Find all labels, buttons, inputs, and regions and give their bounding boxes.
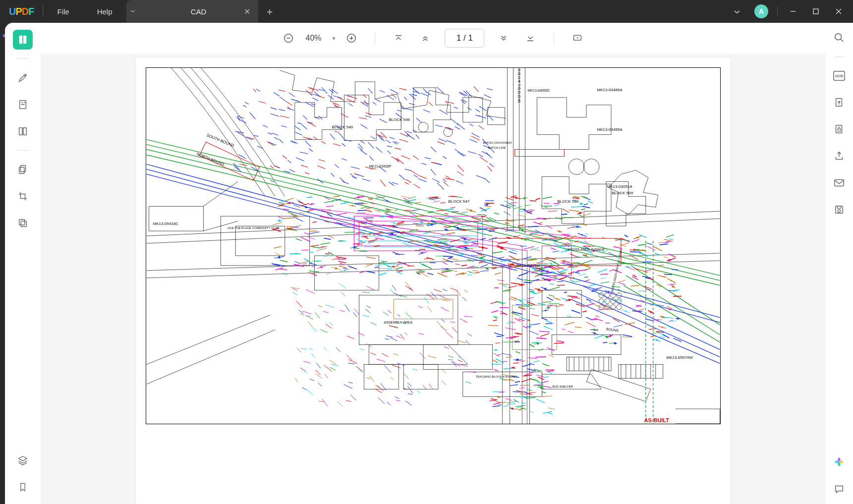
svg-line-962: [327, 235, 334, 238]
presentation-button[interactable]: [570, 31, 585, 46]
svg-line-1112: [405, 179, 411, 182]
svg-point-653: [581, 234, 583, 235]
tab-dropdown[interactable]: [126, 0, 139, 23]
svg-line-1423: [318, 306, 322, 307]
tab-active[interactable]: CAD ✕: [139, 0, 258, 23]
sidebar-organize-button[interactable]: [13, 121, 33, 141]
sidebar-highlight-button[interactable]: [13, 68, 33, 88]
protect-button[interactable]: [831, 121, 847, 137]
svg-line-1389: [345, 400, 351, 401]
label-mk13h: MK13-03430P: [369, 165, 392, 168]
svg-line-1359: [427, 356, 436, 358]
page-number-input[interactable]: 1 / 1: [445, 29, 484, 48]
svg-line-1197: [413, 184, 420, 188]
email-button[interactable]: [831, 175, 847, 191]
svg-line-501: [320, 243, 330, 244]
sidebar-reader-button[interactable]: [13, 30, 33, 50]
window-close-button[interactable]: [827, 0, 850, 23]
svg-line-458: [543, 411, 552, 413]
tab-add-button[interactable]: ＋: [258, 0, 281, 23]
svg-line-357: [589, 284, 597, 285]
svg-point-778: [357, 196, 359, 199]
svg-line-1515: [841, 39, 844, 42]
svg-line-1334: [283, 156, 287, 159]
tab-close-button[interactable]: ✕: [244, 7, 250, 16]
svg-line-1303: [435, 125, 442, 126]
title-dropdown-button[interactable]: [725, 7, 749, 16]
svg-line-471: [666, 234, 674, 237]
svg-line-539: [533, 222, 542, 225]
menu-help[interactable]: Help: [83, 0, 126, 23]
sidebar-edit-button[interactable]: [13, 95, 33, 114]
svg-line-215: [506, 198, 513, 200]
search-button[interactable]: [831, 30, 847, 46]
svg-line-802: [672, 321, 676, 322]
svg-point-853: [540, 387, 542, 389]
svg-line-1065: [527, 297, 533, 299]
svg-line-835: [507, 221, 514, 222]
sidebar-compare-button[interactable]: [13, 213, 33, 233]
ocr-button[interactable]: OCR: [831, 68, 847, 84]
svg-line-526: [568, 296, 577, 297]
zoom-in-button[interactable]: [344, 31, 359, 46]
convert-button[interactable]: [831, 95, 847, 111]
sidebar-fill-sign-button[interactable]: [13, 160, 33, 179]
svg-line-1079: [572, 198, 579, 199]
svg-line-787: [545, 370, 554, 370]
svg-point-783: [283, 200, 284, 202]
svg-line-1218: [390, 89, 398, 94]
svg-line-822: [302, 261, 310, 263]
crop-icon: [17, 191, 28, 202]
menu-file[interactable]: File: [43, 0, 83, 23]
save-button[interactable]: [831, 202, 847, 218]
svg-rect-25: [359, 295, 457, 345]
window-minimize-button[interactable]: [782, 0, 804, 23]
label-mk13d: MK13-03051A: [607, 184, 632, 189]
svg-rect-24: [314, 256, 379, 290]
svg-line-1418: [315, 313, 319, 319]
svg-line-774: [480, 238, 485, 240]
svg-line-1273: [271, 113, 279, 116]
svg-line-842: [294, 253, 300, 254]
svg-line-1199: [369, 156, 373, 161]
svg-line-1152: [376, 147, 382, 153]
svg-point-1072: [672, 285, 674, 288]
svg-line-531: [569, 280, 573, 281]
mail-icon: [834, 178, 845, 188]
sidebar-bookmark-button[interactable]: [13, 477, 33, 497]
svg-point-711: [281, 204, 283, 206]
svg-rect-1520: [838, 129, 841, 131]
zoom-out-button[interactable]: [281, 31, 296, 46]
last-page-button[interactable]: [523, 31, 538, 46]
svg-point-769: [671, 280, 672, 281]
prev-page-button[interactable]: [418, 31, 433, 46]
svg-line-1339: [451, 119, 458, 125]
document-viewport[interactable]: SOUTH BOUND NORTH BOUND BLOCK 540 BLOCK …: [41, 54, 825, 504]
svg-line-582: [283, 218, 294, 219]
svg-line-1294: [387, 146, 392, 147]
ai-assistant-button[interactable]: [831, 453, 848, 470]
sidebar-crop-button[interactable]: [13, 186, 33, 206]
label-woodlands-ave: WOODLANDS AVENUE: [568, 248, 605, 251]
svg-point-996: [360, 240, 362, 242]
zoom-dropdown[interactable]: ▼: [332, 36, 337, 41]
svg-line-532: [354, 203, 363, 204]
svg-line-260: [562, 209, 569, 212]
svg-line-1302: [268, 133, 272, 134]
svg-line-1405: [448, 359, 453, 360]
feedback-button[interactable]: [831, 481, 847, 497]
svg-line-1402: [387, 310, 391, 313]
svg-line-772: [568, 331, 573, 333]
svg-line-320: [300, 237, 310, 242]
first-page-button[interactable]: [391, 31, 406, 46]
svg-point-368: [382, 262, 384, 263]
svg-line-235: [550, 287, 560, 290]
user-avatar[interactable]: A: [754, 4, 768, 18]
window-maximize-button[interactable]: [804, 0, 827, 23]
next-page-button[interactable]: [496, 31, 511, 46]
share-button[interactable]: [831, 148, 847, 164]
chevron-down-double-icon: [499, 34, 508, 43]
sidebar-layers-button[interactable]: [13, 450, 33, 470]
svg-line-675: [529, 291, 533, 292]
svg-line-78: [571, 310, 580, 313]
